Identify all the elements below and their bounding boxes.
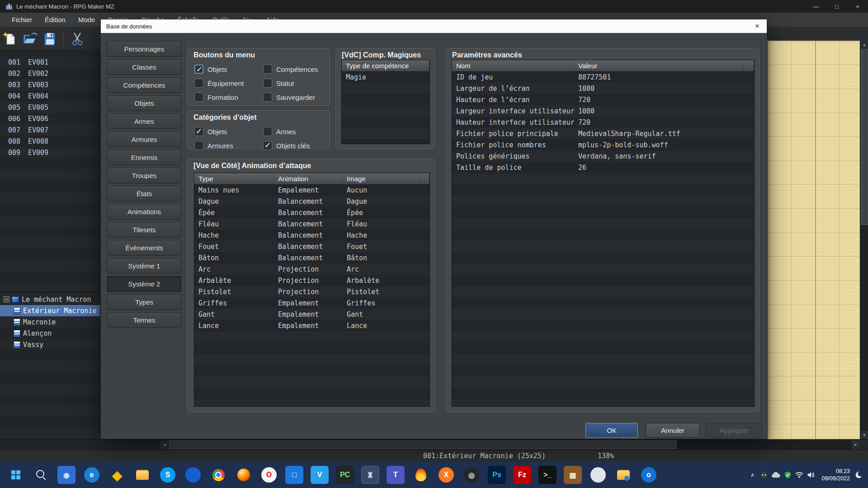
table-row[interactable]: Polices génériquesVerdana, sans-serif: [452, 150, 754, 162]
taskbar-icon-store[interactable]: □: [285, 466, 303, 484]
tab-etats[interactable]: États: [107, 186, 181, 202]
new-project-button[interactable]: [0, 29, 20, 48]
scroll-right-arrow[interactable]: ►: [852, 440, 860, 449]
open-project-button[interactable]: [20, 29, 40, 48]
tab-armures[interactable]: Armures: [107, 131, 181, 147]
taskbar-icon-teams[interactable]: T: [387, 466, 405, 484]
security-shield-icon[interactable]: [782, 466, 793, 484]
table-row[interactable]: Largeur interface utilisateur1080: [452, 105, 754, 117]
formation-checkbox[interactable]: [194, 93, 203, 102]
taskbar-icon-skype[interactable]: S: [160, 467, 175, 483]
objets-checkbox[interactable]: [194, 65, 203, 74]
checkbox-item-armures[interactable]: Armures: [194, 140, 263, 151]
taskbar-icon-outlook[interactable]: o: [641, 467, 656, 483]
taskbar-icon-file-explorer[interactable]: [133, 466, 151, 484]
map-vertical-scrollbar[interactable]: ▲ ▼: [860, 41, 868, 439]
taskbar-icon-globe-app[interactable]: [185, 467, 201, 483]
statut-checkbox[interactable]: [263, 79, 272, 88]
taskbar-icon-folder-docs[interactable]: [614, 466, 632, 484]
taskbar-icon-xampp[interactable]: X: [439, 467, 454, 483]
menu-item-mode[interactable]: Mode: [72, 13, 102, 26]
taskbar-icon-terminal[interactable]: >_: [538, 466, 557, 484]
save-project-button[interactable]: [40, 29, 60, 48]
tab-systeme-2[interactable]: Système 2: [107, 276, 181, 292]
table-row[interactable]: PistoletProjectionPistolet: [194, 286, 429, 297]
table-row[interactable]: FouetBalancementFouet: [194, 241, 429, 252]
tab-armes[interactable]: Armes: [107, 113, 181, 129]
onedrive-icon[interactable]: [770, 466, 782, 484]
event-row-004[interactable]: 004EV004: [0, 90, 100, 102]
taskbar-icon-start[interactable]: [7, 466, 25, 484]
tab-classes[interactable]: Classes: [107, 59, 181, 75]
event-row-009[interactable]: 009EV009: [0, 147, 100, 158]
taskbar-clock[interactable]: 08:23 09/09/2022: [821, 468, 850, 482]
event-row-006[interactable]: 006EV006: [0, 113, 100, 124]
tray-app-icon[interactable]: [758, 466, 770, 484]
scroll-left-arrow[interactable]: ◄: [160, 440, 169, 449]
table-row[interactable]: BâtonBalancementBâton: [194, 252, 429, 263]
focus-moon-icon[interactable]: [853, 466, 864, 484]
event-row-007[interactable]: 007EV007: [0, 124, 100, 136]
table-row[interactable]: Hauteur interface utilisateur720: [452, 117, 754, 128]
appliquer-button[interactable]: Appliquer: [706, 423, 762, 438]
taskbar-icon-firefox[interactable]: [235, 466, 253, 484]
tab-personnages[interactable]: Personnages: [107, 41, 181, 57]
checkbox-item-sauvegarder[interactable]: Sauvegarder: [263, 92, 331, 103]
table-row[interactable]: Largeur de l’écran1080: [452, 83, 754, 94]
tree-map-exterieur-macronie[interactable]: Extérieur Macronie: [0, 305, 100, 316]
taskbar-icon-edge[interactable]: e: [84, 467, 99, 483]
maximize-button[interactable]: □: [826, 0, 847, 13]
table-row[interactable]: Mains nuesEmpalementAucun: [194, 184, 429, 196]
volume-icon[interactable]: [805, 466, 817, 484]
table-row[interactable]: LanceEmpalementLance: [194, 320, 429, 331]
checkbox-item-competences[interactable]: Compétences: [263, 64, 331, 75]
tab-animations[interactable]: Animations: [107, 204, 181, 220]
dialog-titlebar[interactable]: Base de données ×: [101, 19, 767, 33]
checkbox-item-objets[interactable]: Objets: [194, 64, 263, 75]
event-row-005[interactable]: 005EV005: [0, 102, 100, 113]
tree-expander-icon[interactable]: −: [4, 296, 9, 302]
table-row[interactable]: Fichier police principaleMedievalSharp-R…: [452, 128, 754, 139]
tab-competences[interactable]: Compétences: [107, 77, 181, 93]
tab-tilesets[interactable]: Tilesets: [107, 222, 181, 238]
tab-ennemis[interactable]: Ennemis: [107, 150, 181, 165]
taskbar-icon-pycharm[interactable]: PC: [336, 466, 354, 484]
objets-cles-checkbox[interactable]: [263, 141, 272, 150]
taskbar-icon-flame-app[interactable]: [412, 466, 430, 484]
tree-map-alencon[interactable]: Alençon: [0, 328, 100, 339]
taskbar-icon-calculator[interactable]: ▦: [564, 466, 582, 484]
table-row[interactable]: GantEmpalementGant: [194, 309, 429, 320]
dialog-close-button[interactable]: ×: [750, 19, 765, 33]
scroll-down-arrow[interactable]: ▼: [861, 431, 868, 439]
scroll-up-arrow[interactable]: ▲: [861, 41, 868, 48]
event-row-001[interactable]: 001EV001: [0, 56, 100, 68]
table-row[interactable]: HacheBalancementHache: [194, 230, 429, 241]
table-row[interactable]: ÉpéeBalancementÉpée: [194, 207, 429, 218]
competences-checkbox[interactable]: [263, 65, 272, 74]
tab-termes[interactable]: Termes: [107, 312, 181, 328]
table-row[interactable]: GriffesEmpalementGriffes: [194, 297, 429, 309]
armures-checkbox[interactable]: [194, 141, 203, 150]
checkbox-item-equipement[interactable]: Équipement: [194, 78, 263, 89]
map-canvas[interactable]: [767, 41, 860, 439]
tree-map-macronie[interactable]: Macronie: [0, 316, 100, 328]
taskbar-icon-jar-app[interactable]: [590, 467, 606, 483]
tab-evenements[interactable]: Évènements: [107, 240, 181, 256]
annuler-button[interactable]: Annuler: [646, 423, 700, 438]
checkbox-item-objets-cles[interactable]: Objets clés: [263, 140, 331, 151]
tab-types[interactable]: Types: [107, 294, 181, 310]
tab-troupes[interactable]: Troupes: [107, 168, 181, 183]
taskbar-icon-vscode[interactable]: V: [311, 466, 329, 484]
checkbox-item-statut[interactable]: Statut: [263, 78, 331, 89]
menu-item-fichier[interactable]: Fichier: [5, 13, 38, 26]
tab-systeme-1[interactable]: Système 1: [107, 258, 181, 274]
taskbar-icon-chrome[interactable]: [209, 466, 227, 484]
table-row[interactable]: Magie: [342, 71, 429, 83]
tree-map-vassy[interactable]: Vassy: [0, 339, 100, 350]
event-row-003[interactable]: 003EV003: [0, 79, 100, 90]
taskbar-icon-photoshop[interactable]: Ps: [488, 466, 506, 484]
table-row[interactable]: ID de jeu88727501: [452, 71, 754, 83]
taskbar-icon-widgets[interactable]: ◉: [57, 466, 75, 484]
table-row[interactable]: Taille de police26: [452, 162, 754, 173]
cut-button[interactable]: [67, 29, 87, 48]
